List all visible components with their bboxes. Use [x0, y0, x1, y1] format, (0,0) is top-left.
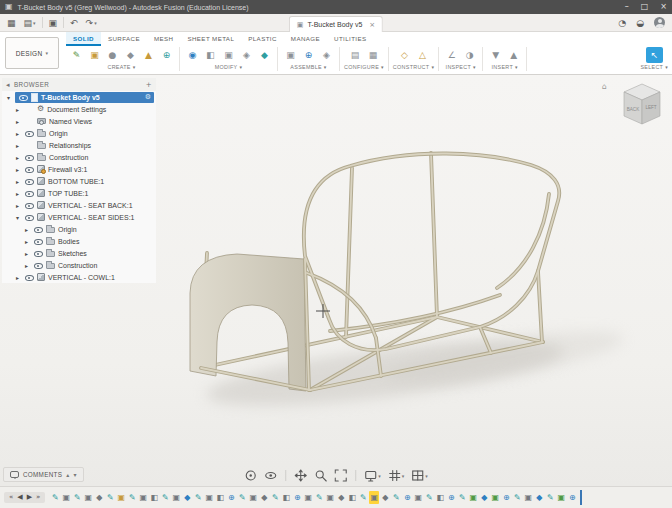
browser-row-firewall-v3-1[interactable]: ▸Firewall v3:1	[2, 163, 156, 175]
create-form-icon[interactable]: ▲	[140, 47, 157, 63]
timeline-feature-icon[interactable]: ◧	[149, 491, 159, 504]
group-label[interactable]: CREATE▾	[107, 64, 135, 70]
timeline-feature-icon[interactable]: ◆	[479, 491, 489, 504]
group-label[interactable]: INSPECT▾	[446, 64, 476, 70]
configure-table-icon[interactable]: ▤	[346, 47, 363, 63]
browser-row-bodies[interactable]: ▸Bodies	[2, 235, 156, 247]
timeline-feature-icon[interactable]: ▣	[369, 491, 379, 504]
insert-derive-icon[interactable]: ▼	[487, 47, 504, 63]
timeline-feature-icon[interactable]: ◧	[435, 491, 445, 504]
visibility-eye-icon[interactable]	[24, 189, 34, 198]
timeline-feature-icon[interactable]: ▣	[248, 491, 258, 504]
select-tool-icon[interactable]: ↖	[646, 47, 663, 63]
browser-row-bottom-tube-1[interactable]: ▸BOTTOM TUBE:1	[2, 175, 156, 187]
expand-closed-icon[interactable]: ▸	[14, 190, 21, 197]
timeline-feature-icon[interactable]: ▣	[116, 491, 126, 504]
expand-open-icon[interactable]: ▾	[5, 94, 12, 101]
timeline-feature-icon[interactable]: ⊕	[446, 491, 456, 504]
collapse-panel-icon[interactable]: ◂	[6, 81, 10, 89]
look-at-button[interactable]	[262, 468, 279, 483]
timeline-feature-icon[interactable]: ✎	[358, 491, 368, 504]
go-to-beginning-button[interactable]: «	[9, 494, 13, 501]
rigid-group-icon[interactable]: ◈	[318, 47, 335, 63]
timeline-feature-icon[interactable]: ▣	[556, 491, 566, 504]
timeline-feature-icon[interactable]: ✎	[193, 491, 203, 504]
create-hole-icon[interactable]: ⊕	[158, 47, 175, 63]
browser-row-construction[interactable]: ▸Construction	[2, 151, 156, 163]
browser-row-t-bucket-body-v5[interactable]: ▾T-Bucket Body v5⚙	[2, 91, 156, 103]
visibility-eye-icon[interactable]	[24, 213, 34, 222]
timeline-feature-icon[interactable]: ⊕	[292, 491, 302, 504]
notifications-icon[interactable]: ◒	[632, 18, 648, 28]
timeline-feature-icon[interactable]: ◆	[182, 491, 192, 504]
root-settings-icon[interactable]: ⚙	[145, 93, 151, 101]
timeline-feature-icon[interactable]: ▣	[468, 491, 478, 504]
browser-row-top-tube-1[interactable]: ▸TOP TUBE:1	[2, 187, 156, 199]
measure-icon[interactable]: ∠	[443, 47, 460, 63]
create-box-icon[interactable]: ▣	[86, 47, 103, 63]
save-icon[interactable]: ▣	[45, 18, 62, 28]
create-cylinder-icon[interactable]: ●	[104, 47, 121, 63]
go-to-end-button[interactable]: »	[36, 494, 40, 501]
browser-row-relationships[interactable]: ▸Relationships	[2, 139, 156, 151]
joint-icon[interactable]: ⊕	[300, 47, 317, 63]
timeline-feature-icon[interactable]: ✎	[105, 491, 115, 504]
tab-solid[interactable]: SOLID	[66, 32, 101, 46]
timeline-feature-icon[interactable]: ✎	[545, 491, 555, 504]
expand-closed-icon[interactable]: ▸	[14, 274, 21, 281]
minimize-button[interactable]: –	[625, 0, 629, 14]
timeline-feature-icon[interactable]: ✎	[314, 491, 324, 504]
expand-closed-icon[interactable]: ▸	[14, 166, 21, 173]
expand-closed-icon[interactable]: ▸	[23, 262, 30, 269]
fit-button[interactable]	[332, 468, 349, 483]
timeline-feature-icon[interactable]: ◧	[281, 491, 291, 504]
timeline-feature-icon[interactable]: ✎	[237, 491, 247, 504]
create-sketch-icon[interactable]: ✎	[68, 47, 85, 63]
shell-icon[interactable]: ▣	[220, 47, 237, 63]
timeline-feature-icon[interactable]: ⊕	[226, 491, 236, 504]
grid-and-snaps-button[interactable]: ▾	[386, 468, 407, 483]
cube-face-back[interactable]: BACK	[627, 107, 640, 112]
document-tab[interactable]: ▣ T-Bucket Body v5 ×	[289, 16, 383, 32]
browser-row-document-settings[interactable]: ▸⚙Document Settings	[2, 103, 156, 115]
timeline-feature-icon[interactable]: ✎	[270, 491, 280, 504]
timeline-feature-icon[interactable]: ▣	[138, 491, 148, 504]
browser-row-construction[interactable]: ▸Construction	[2, 259, 156, 271]
timeline-feature-icon[interactable]: ▣	[523, 491, 533, 504]
expand-open-icon[interactable]: ▾	[14, 214, 21, 221]
tab-mesh[interactable]: MESH	[147, 32, 180, 46]
expand-closed-icon[interactable]: ▸	[23, 250, 30, 257]
view-cube-icon[interactable]: BACK LEFT	[618, 80, 666, 130]
workspace-selector[interactable]: DESIGN ▾	[5, 37, 59, 69]
file-menu-icon[interactable]: ▤▾	[20, 18, 40, 28]
timeline-feature-icon[interactable]: ◆	[380, 491, 390, 504]
timeline-feature-icon[interactable]: ✎	[50, 491, 60, 504]
timeline-feature-icon[interactable]: ▣	[171, 491, 181, 504]
tab-manage[interactable]: MANAGE	[284, 32, 327, 46]
timeline-feature-icon[interactable]: ◆	[94, 491, 104, 504]
group-label[interactable]: SELECT▾	[640, 64, 668, 70]
view-cube[interactable]: ⌂ BACK LEFT	[602, 80, 666, 132]
user-avatar[interactable]	[654, 17, 665, 28]
data-panel-icon[interactable]: ▦	[3, 18, 20, 28]
expand-closed-icon[interactable]: ▸	[14, 142, 21, 149]
timeline-feature-icon[interactable]: ✎	[160, 491, 170, 504]
undo-icon[interactable]: ↶	[66, 18, 82, 28]
browser-row-vertical-seat-back-1[interactable]: ▸VERTICAL - SEAT BACK:1	[2, 199, 156, 211]
group-label[interactable]: CONFIGURE▾	[344, 64, 384, 70]
visibility-eye-icon[interactable]	[24, 273, 34, 282]
section-analysis-icon[interactable]: ◑	[461, 47, 478, 63]
visibility-eye-icon[interactable]	[24, 153, 34, 162]
timeline-feature-icon[interactable]: ▣	[83, 491, 93, 504]
visibility-eye-icon[interactable]	[33, 237, 43, 246]
timeline-feature-icon[interactable]: ⊕	[402, 491, 412, 504]
tab-plastic[interactable]: PLASTIC	[241, 32, 284, 46]
visibility-eye-icon[interactable]	[33, 249, 43, 258]
zoom-button[interactable]	[312, 468, 329, 483]
maximize-button[interactable]: □	[641, 0, 649, 14]
play-button[interactable]: ▶	[27, 494, 32, 501]
insert-mesh-icon[interactable]: ▲	[505, 47, 522, 63]
configuration-icon[interactable]: ▦	[364, 47, 381, 63]
browser-row-sketches[interactable]: ▸Sketches	[2, 247, 156, 259]
timeline-feature-icon[interactable]: ▣	[303, 491, 313, 504]
